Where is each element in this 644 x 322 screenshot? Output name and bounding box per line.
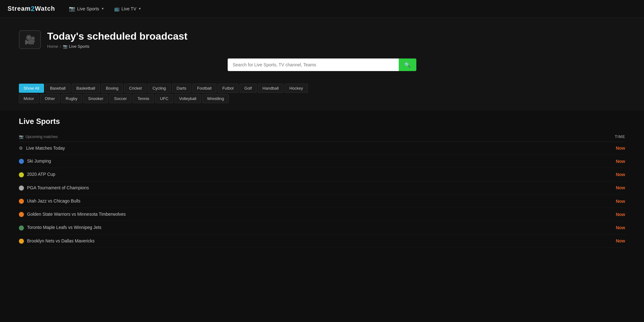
content: Live Sports 📷 Upcoming matches TIME ⚙Liv… (0, 111, 644, 254)
sport-icon (19, 172, 24, 177)
match-time: Now (572, 208, 625, 221)
match-name: Golden State Warriors vs Minnesota Timbe… (19, 208, 572, 221)
table-row[interactable]: ⚙Live Matches TodayNow (19, 142, 625, 155)
match-name: Brooklyn Nets vs Dallas Mavericks (19, 234, 572, 247)
match-title: Utah Jazz vs Chicago Bulls (27, 198, 80, 203)
logo-stream: Stream (8, 5, 31, 12)
filter-btn-other[interactable]: Other (40, 94, 60, 103)
filter-btn-ufc[interactable]: UFC (155, 94, 173, 103)
match-name: Ski Jumping (19, 155, 572, 168)
filter-btn-cycling[interactable]: Cycling (148, 84, 171, 93)
navbar: Stream2Watch 📷 Live Sports ▼ 📺 Live TV ▼ (0, 0, 644, 18)
page-title: Today's scheduled broadcast (47, 31, 187, 42)
match-name: PGA Tournament of Champions (19, 181, 572, 194)
camera-icon: 📷 (69, 6, 75, 12)
match-title: Live Matches Today (26, 146, 65, 151)
filter-btn-rugby[interactable]: Rugby (61, 94, 82, 103)
filter-btn-motor[interactable]: Motor (19, 94, 39, 103)
match-title: Brooklyn Nets vs Dallas Mavericks (27, 238, 95, 243)
filter-btn-soccer[interactable]: Soccer (109, 94, 131, 103)
table-row[interactable]: Toronto Maple Leafs vs Winnipeg JetsNow (19, 221, 625, 234)
filter-btn-show-all[interactable]: Show All (19, 84, 44, 93)
match-title: PGA Tournament of Champions (27, 185, 89, 190)
th-matches-label: Upcoming matches (25, 135, 58, 139)
filter-btn-handball[interactable]: Handball (258, 84, 283, 93)
chevron-down-icon: ▼ (101, 7, 104, 10)
match-time: Now (572, 194, 625, 208)
sport-icon (19, 212, 24, 217)
logo-watch: Watch (35, 5, 55, 12)
search-input[interactable] (228, 58, 399, 71)
nav-live-tv-label: Live TV (121, 6, 136, 11)
tv-icon: 📺 (114, 6, 119, 11)
table-header-row: 📷 Upcoming matches TIME (19, 132, 625, 142)
filter-btn-volleyball[interactable]: Volleyball (175, 94, 201, 103)
matches-tbody: ⚙Live Matches TodayNowSki JumpingNow2020… (19, 142, 625, 248)
search-bar: 🔍 (228, 58, 416, 71)
site-logo[interactable]: Stream2Watch (8, 5, 55, 13)
nav-live-tv[interactable]: 📺 Live TV ▼ (110, 3, 145, 14)
match-time: Now (572, 181, 625, 194)
nav-live-sports[interactable]: 📷 Live Sports ▼ (65, 3, 108, 14)
table-row[interactable]: Utah Jazz vs Chicago BullsNow (19, 194, 625, 208)
breadcrumb-camera-icon: 📷 (63, 44, 68, 49)
sport-icon (19, 239, 24, 244)
logo-2: 2 (31, 5, 35, 13)
sport-icon (19, 186, 24, 191)
breadcrumb-current: 📷 Live Sports (63, 44, 89, 49)
gear-icon: ⚙ (19, 146, 23, 151)
match-time: Now (572, 155, 625, 168)
match-time: Now (572, 142, 625, 155)
sport-icon (19, 225, 24, 230)
sport-icon (19, 199, 24, 204)
breadcrumb-separator: / (60, 44, 61, 49)
filter-btn-boxing[interactable]: Boxing (101, 84, 123, 93)
match-name: Toronto Maple Leafs vs Winnipeg Jets (19, 221, 572, 234)
table-row[interactable]: Golden State Warriors vs Minnesota Timbe… (19, 208, 625, 221)
table-row[interactable]: Ski JumpingNow (19, 155, 625, 168)
filter-btn-golf[interactable]: Golf (240, 84, 257, 93)
breadcrumb-home[interactable]: Home (47, 44, 58, 49)
th-camera-icon: 📷 (19, 135, 24, 139)
search-button[interactable]: 🔍 (399, 58, 416, 71)
filter-btn-hockey[interactable]: Hockey (285, 84, 308, 93)
sport-icon (19, 159, 24, 164)
match-time: Now (572, 221, 625, 234)
nav-live-sports-label: Live Sports (77, 6, 99, 11)
match-name: ⚙Live Matches Today (19, 142, 572, 155)
nav-links: 📷 Live Sports ▼ 📺 Live TV ▼ (65, 3, 145, 14)
filter-btn-futbol[interactable]: Futbol (218, 84, 238, 93)
chevron-down-icon-2: ▼ (138, 7, 142, 10)
match-title: 2020 ATP Cup (27, 172, 55, 177)
filter-row-2: MotorOtherRugbySnookerSoccerTennisUFCVol… (19, 94, 625, 103)
search-icon: 🔍 (404, 62, 411, 68)
filter-row-1: Show AllBaseballBasketballBoxingCricketC… (19, 84, 625, 93)
filter-btn-baseball[interactable]: Baseball (45, 84, 70, 93)
match-title: Golden State Warriors vs Minnesota Timbe… (27, 212, 126, 217)
page-header: 🎥 Today's scheduled broadcast Home / 📷 L… (0, 18, 644, 58)
matches-table: 📷 Upcoming matches TIME ⚙Live Matches To… (19, 132, 625, 248)
filter-btn-snooker[interactable]: Snooker (83, 94, 108, 103)
filter-btn-darts[interactable]: Darts (172, 84, 191, 93)
table-row[interactable]: Brooklyn Nets vs Dallas MavericksNow (19, 234, 625, 247)
match-name: 2020 ATP Cup (19, 168, 572, 181)
filters-section: Show AllBaseballBasketballBoxingCricketC… (0, 80, 644, 111)
filter-btn-cricket[interactable]: Cricket (124, 84, 146, 93)
match-name: Utah Jazz vs Chicago Bulls (19, 194, 572, 208)
match-time: Now (572, 168, 625, 181)
search-section: 🔍 (0, 58, 644, 80)
filter-btn-basketball[interactable]: Basketball (72, 84, 100, 93)
breadcrumb-current-label: Live Sports (69, 44, 89, 49)
col-time: TIME (572, 132, 625, 142)
live-sports-title: Live Sports (19, 117, 625, 126)
filter-btn-tennis[interactable]: Tennis (133, 94, 154, 103)
filter-btn-wrestling[interactable]: Wrestling (202, 94, 229, 103)
header-camera-icon: 🎥 (19, 30, 41, 49)
table-row[interactable]: 2020 ATP CupNow (19, 168, 625, 181)
match-title: Ski Jumping (27, 158, 51, 164)
table-row[interactable]: PGA Tournament of ChampionsNow (19, 181, 625, 194)
match-time: Now (572, 234, 625, 247)
match-title: Toronto Maple Leafs vs Winnipeg Jets (27, 225, 102, 230)
col-matches: 📷 Upcoming matches (19, 132, 572, 142)
filter-btn-football[interactable]: Football (192, 84, 216, 93)
